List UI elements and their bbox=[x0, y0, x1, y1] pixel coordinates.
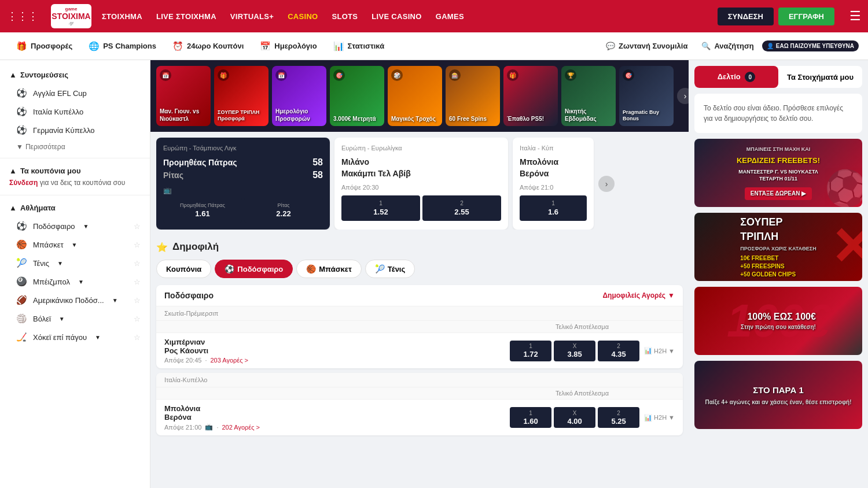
nav-live-casino[interactable]: LIVE CASINO bbox=[372, 12, 421, 21]
markets-link-1-0[interactable]: 202 Αγορές > bbox=[222, 424, 260, 431]
stats-icon: 📊 bbox=[333, 41, 344, 51]
banner-card-6[interactable]: 🎁 Έπαθλο PS5! bbox=[503, 66, 558, 126]
tab-football[interactable]: ⚽ Ποδόσφαιρο bbox=[215, 260, 293, 278]
dot-separator: · bbox=[205, 357, 207, 364]
h2h-button-0-0[interactable]: 📊 H2H ▼ bbox=[644, 347, 675, 354]
calendar-nav-item[interactable]: 📅 Ημερολόγιο bbox=[253, 38, 323, 55]
match-1-team1-row: Μιλάνο bbox=[341, 156, 501, 168]
sidebar-item-efl-cup[interactable]: ⚽ Αγγλία EFL Cup bbox=[0, 84, 150, 102]
promo-card-ps-champions[interactable]: ΜΠΑΙΝΕΙΣ ΣΤΗ ΜΑΧΗ ΚΑΙ ΚΕΡΔΙΖΕΙΣ FREEBETS… bbox=[694, 139, 862, 207]
sidebar-item-baseball[interactable]: 🎱 Μπέιζμπολ ▼ ☆ bbox=[0, 272, 150, 291]
promo-card-100eur[interactable]: 100€ 100% ΕΩΣ 100€ Στην πρώτη σου κατάθε… bbox=[694, 287, 862, 355]
match-0-score2: 58 bbox=[312, 170, 323, 180]
banner-card-0[interactable]: 📅 Μαν. Γιουν. vs Νιούκαστλ bbox=[156, 66, 211, 126]
sidebar-item-football[interactable]: ⚽ Ποδόσφαιρο ▼ ☆ bbox=[0, 217, 150, 235]
odd-cell-0-0-2[interactable]: 2 4.35 bbox=[598, 341, 639, 361]
h2h-label-1: H2H bbox=[654, 414, 667, 421]
banner-card-1[interactable]: 🎁 ΣΟΥΠΕΡ ΤΡΙΠΛΗΠροσφορά bbox=[214, 66, 269, 126]
tab-coupons[interactable]: Κουπόνια bbox=[156, 260, 211, 278]
nav-live-stoixima[interactable]: LIVE ΣΤΟΙΧΗΜΑ bbox=[156, 12, 216, 21]
star-icon-tennis: ☆ bbox=[134, 259, 141, 268]
sidebar-item-tennis[interactable]: 🎾 Τένις ▼ ☆ bbox=[0, 254, 150, 272]
nav-slots[interactable]: SLOTS bbox=[332, 12, 358, 21]
banner-card-3[interactable]: 🎯 3.000€ Μετρητά bbox=[330, 66, 384, 126]
24h-coupon-nav-item[interactable]: ⏰ 24ωρο Κουπόνι bbox=[165, 38, 251, 55]
ps-champions-nav-item[interactable]: 🌐 PS Champions bbox=[82, 38, 163, 55]
tab-tennis-icon: 🎾 bbox=[375, 264, 385, 273]
banner-next-button[interactable]: › bbox=[677, 88, 689, 104]
tab-tennis[interactable]: 🎾 Τένις bbox=[365, 260, 415, 278]
table-row-0-0: Χιμπέρνιαν Ρος Κάουντι Απόψε 20:45 · 203… bbox=[156, 333, 683, 368]
banner-icon-3: 🎯 bbox=[333, 69, 345, 81]
betslip-tab-active[interactable]: Δελτίο 0 bbox=[694, 66, 778, 88]
nav-stoixima[interactable]: ΣΤΟΙΧΗΜΑ bbox=[102, 12, 142, 21]
banner-card-8[interactable]: 🎯 Pragmatic Buy Bonus bbox=[619, 66, 674, 126]
banner-icon-5: 🎰 bbox=[449, 69, 461, 81]
odd-cell-0-0-1[interactable]: Χ 3.85 bbox=[554, 341, 595, 361]
match-2-odd-0[interactable]: 1 1.6 bbox=[520, 195, 587, 221]
markets-link-0-0[interactable]: 203 Αγορές > bbox=[210, 357, 248, 364]
sidebar-item-germany-cup[interactable]: ⚽ Γερμανία Κύπελλο bbox=[0, 121, 150, 139]
site-logo[interactable]: game STOIXIMA .gr bbox=[51, 4, 91, 28]
sidebar-item-hockey[interactable]: 🏒 Χόκεϊ επί πάγου ▼ ☆ bbox=[0, 328, 150, 346]
chevron-down-h2h-icon: ▼ bbox=[668, 347, 675, 354]
match-1-odd-1-label: 2 bbox=[460, 200, 464, 206]
offers-nav-item[interactable]: 🎁 Προσφορές bbox=[9, 38, 79, 55]
banner-card-7[interactable]: 🏆 Νικητής Εβδομάδας bbox=[561, 66, 616, 126]
stats-nav-item[interactable]: 📊 Στατιστικά bbox=[326, 38, 392, 55]
sidebar-item-volleyball[interactable]: 🏐 Βόλεϊ ▼ ☆ bbox=[0, 309, 150, 328]
live-chat-button[interactable]: 💬 Ζωντανή Συνομιλία bbox=[600, 38, 693, 54]
banner-card-2[interactable]: 📅 Ημερολόγιο Προσφορών bbox=[272, 66, 326, 126]
match-0-odd-0[interactable]: Προμηθέας Πάτρας 1.61 bbox=[163, 198, 242, 223]
match-1-odd-1[interactable]: 2 2.55 bbox=[422, 195, 501, 221]
promo-card-para1[interactable]: ΣΤΟ ΠΑΡΑ 1 Παίξε 4+ αγώνες και αν χάσεις… bbox=[694, 361, 862, 429]
baseball-icon: 🎱 bbox=[16, 276, 27, 287]
my-bets-tab[interactable]: Τα Στοιχήματά μου bbox=[778, 66, 862, 88]
time-0-0: Απόψε 20:45 bbox=[164, 357, 201, 364]
popular-markets-button-0[interactable]: Δημοφιλείς Αγορές ▼ bbox=[602, 291, 675, 300]
odd-cell-1-0-0[interactable]: 1 1.60 bbox=[510, 407, 551, 428]
nav-games[interactable]: GAMES bbox=[436, 12, 464, 21]
banner-strip: 📅 Μαν. Γιουν. vs Νιούκαστλ 🎁 ΣΟΥΠΕΡ ΤΡΙΠ… bbox=[150, 60, 689, 132]
odd-cell-1-0-1[interactable]: Χ 4.00 bbox=[554, 407, 595, 428]
nav-virtuals[interactable]: VIRTUALS+ bbox=[230, 12, 274, 21]
eao-badge: 👤 ΕΑΩ ΠΑΙΖΟΥΜΕ ΥΠΕΥΘΥΝΑ bbox=[762, 40, 859, 51]
h2h-button-1-0[interactable]: 📊 H2H ▼ bbox=[644, 414, 675, 422]
grid-menu-icon[interactable]: ⋮⋮⋮ bbox=[7, 10, 38, 23]
sidebar-item-american-football[interactable]: 🏈 Αμερικάνικο Ποδόσ... ▼ ☆ bbox=[0, 291, 150, 309]
login-button[interactable]: ΣΥΝΔΕΣΗ bbox=[718, 8, 774, 25]
match-card-1[interactable]: Ευρώπη - Ευρωλίγκα Μιλάνο Μακάμπι Τελ Αβ… bbox=[334, 138, 508, 230]
odd-letter-0-0-2: 2 bbox=[617, 343, 620, 349]
nav-casino[interactable]: CASINO bbox=[288, 12, 318, 21]
more-shortcuts-button[interactable]: ▼ Περισσότερα bbox=[0, 139, 150, 154]
germany-cup-label: Γερμανία Κύπελλο bbox=[33, 126, 94, 135]
sport-name-0: Ποδόσφαιρο bbox=[164, 291, 214, 300]
odd-cell-1-0-2[interactable]: 2 5.25 bbox=[598, 407, 639, 428]
match-0-odd-1[interactable]: Ρίτας 2.22 bbox=[244, 198, 323, 223]
match-time-0-0: Απόψε 20:45 · 203 Αγορές > bbox=[164, 357, 510, 364]
banner-card-5[interactable]: 🎰 60 Free Spins bbox=[446, 66, 500, 126]
odd-cell-0-0-0[interactable]: 1 1.72 bbox=[510, 341, 551, 361]
calendar-icon: 📅 bbox=[260, 41, 271, 51]
promo-card-super-triple[interactable]: ✕ ΣΟΥΠΕΡ ΤΡΙΠΛΗ ΠΡΟΣΦΟΡΑ ΧΩΡΙΣ ΚΑΤΑΘΕΣΗ … bbox=[694, 213, 862, 281]
popular-tabs-row: Κουπόνια ⚽ Ποδόσφαιρο 🏀 Μπάσκετ 🎾 Τένις bbox=[156, 260, 683, 278]
sidebar-item-italy-cup[interactable]: ⚽ Ιταλία Κυπέλλο bbox=[0, 102, 150, 121]
banner-label-0: Μαν. Γιουν. vs Νιούκαστλ bbox=[160, 108, 207, 123]
matches-next-button[interactable]: › bbox=[598, 176, 615, 192]
match-1-odd-0[interactable]: 1 1.52 bbox=[341, 195, 420, 221]
sidebar-item-basketball[interactable]: 🏀 Μπάσκετ ▼ ☆ bbox=[0, 235, 150, 254]
login-link[interactable]: Σύνδεση bbox=[9, 179, 38, 187]
register-button[interactable]: ΕΓΓΡΑΦΗ bbox=[778, 8, 834, 25]
live-chat-label: Ζωντανή Συνομιλία bbox=[619, 42, 687, 50]
main-nav-links: ΣΤΟΙΧΗΜΑ LIVE ΣΤΟΙΧΗΜΑ VIRTUALS+ CASINO … bbox=[102, 12, 707, 21]
search-button[interactable]: 🔍 Αναζήτηση bbox=[696, 38, 759, 54]
hamburger-icon[interactable]: ☰ bbox=[849, 9, 861, 24]
athletics-section-header[interactable]: ▲ Αθλήματα bbox=[0, 199, 150, 217]
shortcuts-section-header[interactable]: ▲ Συντομεύσεις bbox=[0, 66, 150, 84]
match-card-0[interactable]: Ευρώπη - Τσάμπιονς Λιγκ Προμηθέας Πάτρας… bbox=[156, 138, 330, 230]
match-card-2[interactable]: Ιταλία - Κύπ Μπολόνια Βερόνα Απόψε 21:0 … bbox=[513, 138, 594, 230]
tab-basketball[interactable]: 🏀 Μπάσκετ bbox=[296, 260, 362, 278]
chevron-down-baseball-icon: ▼ bbox=[78, 279, 84, 285]
odd-value-1-0-2: 5.25 bbox=[611, 417, 626, 426]
banner-card-4[interactable]: 🎲 Μαγικός Τροχός bbox=[388, 66, 442, 126]
